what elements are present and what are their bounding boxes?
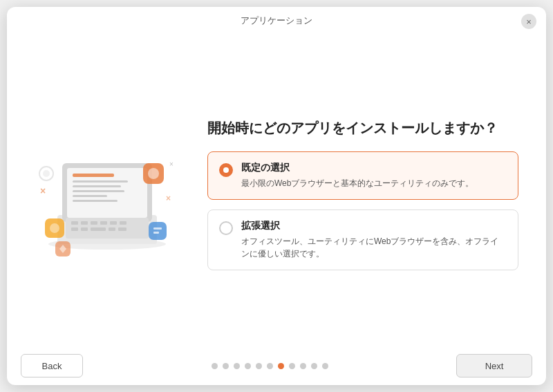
dialog-title: アプリケーション [241, 15, 312, 27]
dot-1 [212, 363, 218, 369]
radio-default [219, 163, 233, 177]
svg-rect-9 [73, 200, 118, 202]
illustration: × × × [28, 125, 187, 263]
svg-rect-16 [120, 221, 126, 225]
back-button[interactable]: Back [21, 354, 83, 377]
footer: Back Next [7, 346, 546, 385]
main-content: × × × 開始時にどのアプリをインストールしますか？ 既定の選択 最小限のWe… [7, 35, 546, 346]
option-extended-label: 拡張選択 [241, 220, 507, 232]
svg-rect-27 [153, 227, 162, 230]
option-extended[interactable]: 拡張選択 オフィスツール、ユーティリティにWebブラウザーを含み、オフラインに優… [207, 209, 518, 270]
svg-text:×: × [169, 160, 174, 168]
next-button[interactable]: Next [456, 354, 532, 377]
option-default-label: 既定の選択 [241, 162, 474, 174]
question-title: 開始時にどのアプリをインストールしますか？ [207, 118, 518, 138]
right-panel: 開始時にどのアプリをインストールしますか？ 既定の選択 最小限のWebブラウザー… [207, 118, 518, 270]
option-default-description: 最小限のWebブラウザーと基本的なユーティリティのみです。 [241, 177, 474, 189]
svg-point-35 [43, 170, 50, 177]
svg-rect-8 [73, 195, 107, 197]
radio-extended [219, 221, 233, 235]
pagination-dots [212, 363, 328, 369]
svg-rect-14 [100, 221, 107, 225]
dot-11 [322, 363, 328, 369]
dot-5 [256, 363, 262, 369]
svg-rect-17 [71, 227, 78, 231]
title-bar: アプリケーション × [7, 7, 546, 35]
dot-3 [234, 363, 240, 369]
dialog: アプリケーション × [7, 7, 546, 385]
svg-rect-7 [73, 190, 124, 192]
svg-rect-26 [149, 222, 167, 240]
dot-8 [289, 363, 295, 369]
dot-4 [245, 363, 251, 369]
svg-rect-20 [109, 227, 115, 231]
dot-10 [311, 363, 317, 369]
dot-7-active [278, 363, 284, 369]
svg-rect-5 [73, 180, 128, 183]
svg-rect-21 [118, 227, 126, 231]
svg-rect-12 [81, 221, 88, 225]
svg-point-23 [148, 168, 159, 179]
svg-rect-28 [153, 232, 159, 234]
svg-rect-13 [91, 221, 97, 225]
option-extended-text: 拡張選択 オフィスツール、ユーティリティにWebブラウザーを含み、オフラインに優… [241, 220, 507, 260]
option-extended-description: オフィスツール、ユーティリティにWebブラウザーを含み、オフラインに優しい選択で… [241, 235, 507, 260]
svg-rect-19 [91, 227, 106, 231]
svg-text:×: × [166, 194, 171, 203]
svg-rect-11 [71, 221, 78, 225]
close-button[interactable]: × [521, 14, 536, 29]
svg-rect-18 [81, 227, 88, 231]
dot-9 [300, 363, 306, 369]
radio-dot-default [223, 167, 229, 173]
dot-2 [223, 363, 229, 369]
svg-rect-4 [73, 174, 114, 177]
option-default-text: 既定の選択 最小限のWebブラウザーと基本的なユーティリティのみです。 [241, 162, 474, 189]
dot-6 [267, 363, 273, 369]
svg-rect-15 [110, 221, 117, 225]
svg-rect-6 [73, 185, 121, 187]
svg-point-25 [50, 223, 59, 233]
svg-text:×: × [40, 185, 46, 196]
option-default[interactable]: 既定の選択 最小限のWebブラウザーと基本的なユーティリティのみです。 [207, 151, 518, 200]
